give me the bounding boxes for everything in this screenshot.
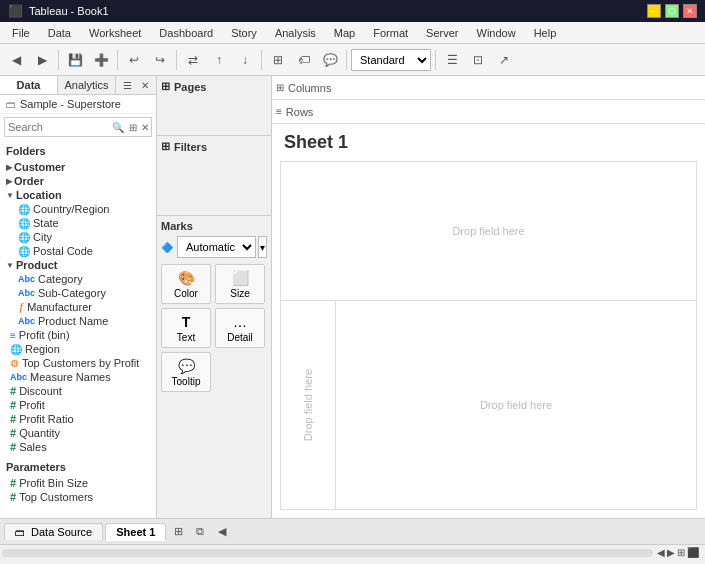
field-profit-ratio[interactable]: # Profit Ratio: [0, 412, 156, 426]
add-datasource-button[interactable]: ➕: [89, 48, 113, 72]
folder-location-label: Location: [16, 189, 62, 201]
folder-product[interactable]: ▼ Product: [0, 258, 156, 272]
scroll-next-btn[interactable]: ▶: [667, 547, 675, 558]
swap-button[interactable]: ⇄: [181, 48, 205, 72]
menu-window[interactable]: Window: [469, 25, 524, 41]
param-profit-bin-size-label: Profit Bin Size: [19, 477, 88, 489]
field-product-name-label: Product Name: [38, 315, 108, 327]
standard-select[interactable]: Standard: [351, 49, 431, 71]
field-category[interactable]: Abc Category: [0, 272, 156, 286]
columns-label: Columns: [288, 82, 331, 94]
menu-format[interactable]: Format: [365, 25, 416, 41]
scroll-prev-btn[interactable]: ◀: [657, 547, 665, 558]
field-profit-bin[interactable]: ≡ Profit (bin): [0, 328, 156, 342]
folder-location[interactable]: ▼ Location: [0, 188, 156, 202]
title-bar-left: ⬛ Tableau - Book1: [8, 4, 109, 18]
measure-icon-profit-bin: ≡: [10, 330, 16, 341]
new-sheet-btn[interactable]: ⊞: [168, 522, 188, 542]
sort-desc-button[interactable]: ↓: [233, 48, 257, 72]
field-measure-names[interactable]: Abc Measure Names: [0, 370, 156, 384]
marks-type-select[interactable]: Automatic: [177, 236, 256, 258]
field-region[interactable]: 🌐 Region: [0, 342, 156, 356]
panel-close-icon[interactable]: ✕: [137, 77, 153, 93]
marks-detail-btn[interactable]: … Detail: [215, 308, 265, 348]
folder-customer[interactable]: ▶ Customer: [0, 160, 156, 174]
menu-help[interactable]: Help: [526, 25, 565, 41]
scrollbar-area: ◀ ▶ ⊞ ⬛: [0, 544, 705, 560]
maximize-button[interactable]: □: [665, 4, 679, 18]
fullscreen-btn[interactable]: ⬛: [687, 547, 699, 558]
param-profit-bin-size[interactable]: # Profit Bin Size: [0, 476, 156, 490]
present-button[interactable]: ⊡: [466, 48, 490, 72]
field-manufacturer[interactable]: ƒ Manufacturer: [0, 300, 156, 314]
pages-title: ⊞ Pages: [161, 80, 267, 93]
minimize-button[interactable]: ─: [647, 4, 661, 18]
marks-size-btn[interactable]: ⬜ Size: [215, 264, 265, 304]
label-button[interactable]: 🏷: [292, 48, 316, 72]
redo-button[interactable]: ↪: [148, 48, 172, 72]
dup-sheet-btn[interactable]: ⧉: [190, 522, 210, 542]
marks-text-btn[interactable]: T Text: [161, 308, 211, 348]
field-product-name[interactable]: Abc Product Name: [0, 314, 156, 328]
field-country[interactable]: 🌐 Country/Region: [0, 202, 156, 216]
color-icon: 🎨: [178, 270, 195, 286]
marks-title: Marks: [161, 220, 267, 232]
share-button[interactable]: ↗: [492, 48, 516, 72]
sheet-title: Sheet 1: [272, 124, 705, 161]
field-discount[interactable]: # Discount: [0, 384, 156, 398]
field-measure-names-label: Measure Names: [30, 371, 111, 383]
menu-data[interactable]: Data: [40, 25, 79, 41]
datasource-icon: 🗃: [6, 99, 16, 110]
tooltip-button[interactable]: 💬: [318, 48, 342, 72]
field-postal-code[interactable]: 🌐 Postal Code: [0, 244, 156, 258]
back-button[interactable]: ◀: [4, 48, 28, 72]
forward-button[interactable]: ▶: [30, 48, 54, 72]
param-top-customers[interactable]: # Top Customers: [0, 490, 156, 504]
field-profit[interactable]: # Profit: [0, 398, 156, 412]
rows-shelf[interactable]: ≡ Rows: [272, 100, 705, 124]
columns-shelf[interactable]: ⊞ Columns: [272, 76, 705, 100]
undo-button[interactable]: ↩: [122, 48, 146, 72]
field-quantity[interactable]: # Quantity: [0, 426, 156, 440]
fit-button[interactable]: ⊞: [266, 48, 290, 72]
search-close-icon[interactable]: ✕: [139, 122, 151, 133]
search-input[interactable]: [5, 121, 109, 133]
panel-menu-icon[interactable]: ☰: [119, 77, 135, 93]
tab-data[interactable]: Data: [0, 76, 58, 94]
sort-asc-button[interactable]: ↑: [207, 48, 231, 72]
menu-file[interactable]: File: [4, 25, 38, 41]
menu-worksheet[interactable]: Worksheet: [81, 25, 149, 41]
menu-map[interactable]: Map: [326, 25, 363, 41]
search-grid-icon[interactable]: ⊞: [127, 122, 139, 133]
marks-type-dropdown[interactable]: ▾: [258, 236, 267, 258]
save-button[interactable]: 💾: [63, 48, 87, 72]
rows-icon: ≡: [276, 106, 282, 117]
menu-story[interactable]: Story: [223, 25, 265, 41]
menu-dashboard[interactable]: Dashboard: [151, 25, 221, 41]
main-area: Data Analytics ☰ ✕ 🗃 Sample - Superstore…: [0, 76, 705, 518]
menu-server[interactable]: Server: [418, 25, 466, 41]
scrollbar-track[interactable]: [2, 549, 653, 557]
field-top-customers[interactable]: ⚙ Top Customers by Profit: [0, 356, 156, 370]
field-subcategory[interactable]: Abc Sub-Category: [0, 286, 156, 300]
hash-icon-param1: #: [10, 477, 16, 489]
grid-view-btn[interactable]: ⊞: [677, 547, 685, 558]
field-city[interactable]: 🌐 City: [0, 230, 156, 244]
field-state[interactable]: 🌐 State: [0, 216, 156, 230]
marks-buttons: 🎨 Color ⬜ Size T Text … Detail 💬 Too: [161, 264, 267, 392]
tab-analytics[interactable]: Analytics: [58, 76, 116, 94]
marks-color-btn[interactable]: 🎨 Color: [161, 264, 211, 304]
hash-icon-discount: #: [10, 385, 16, 397]
marks-tooltip-btn[interactable]: 💬 Tooltip: [161, 352, 211, 392]
folder-order[interactable]: ▶ Order: [0, 174, 156, 188]
close-button[interactable]: ✕: [683, 4, 697, 18]
scroll-left-btn[interactable]: ◀: [212, 522, 232, 542]
chevron-product: ▼: [6, 261, 14, 270]
tab-data-source[interactable]: 🗃 Data Source: [4, 523, 103, 540]
field-sales[interactable]: # Sales: [0, 440, 156, 454]
menu-analysis[interactable]: Analysis: [267, 25, 324, 41]
search-icon: 🔍: [109, 122, 127, 133]
tab-sheet1[interactable]: Sheet 1: [105, 523, 166, 541]
toolbar-sep-6: [435, 50, 436, 70]
show-hide-button[interactable]: ☰: [440, 48, 464, 72]
